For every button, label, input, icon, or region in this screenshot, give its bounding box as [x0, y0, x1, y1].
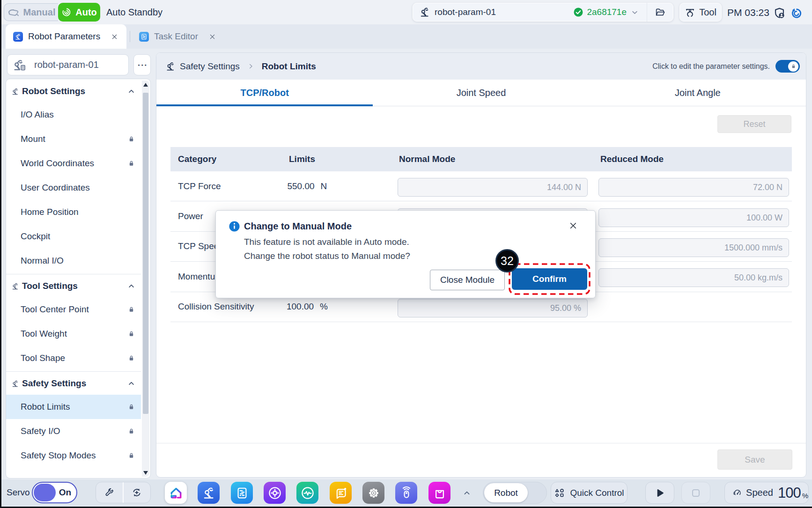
sidebar-item-tool-center-point[interactable]: Tool Center Point — [6, 297, 141, 322]
edit-lock-toggle[interactable] — [775, 60, 800, 73]
document-glyph — [140, 33, 148, 40]
normal-mode-input[interactable]: 95.00 % — [398, 299, 588, 317]
scroll-down-icon[interactable] — [142, 469, 149, 477]
section-label: Safety Settings — [22, 378, 86, 389]
speed-label: Speed — [746, 487, 773, 498]
dock-expand-button[interactable] — [460, 482, 473, 504]
dock-monitoring-button[interactable] — [296, 482, 318, 504]
section-safety-settings[interactable]: Safety Settings — [6, 372, 141, 395]
sidebar-item-tool-shape[interactable]: Tool Shape — [6, 346, 141, 370]
collapse-chevron-icon[interactable] — [126, 379, 136, 389]
tab-task-editor[interactable]: Task Editor — [133, 24, 221, 49]
item-label: Tool Center Point — [21, 304, 89, 315]
commit-dropdown[interactable]: 2a68171e — [573, 7, 640, 17]
close-module-button[interactable]: Close Module — [430, 270, 505, 290]
open-file-button[interactable] — [647, 3, 673, 22]
robot-glyph — [15, 33, 22, 40]
reduced-mode-input[interactable]: 1500.000 mm/s — [598, 238, 789, 257]
header-category: Category — [170, 154, 258, 164]
close-tab-icon[interactable] — [208, 33, 216, 41]
robot-mode-switch[interactable]: Robot — [483, 482, 547, 504]
auto-mode-button[interactable]: Auto — [58, 3, 100, 22]
dialog-message-line2: Change the robot status to Manual mode? — [244, 251, 410, 261]
parameter-name-field[interactable]: robot-param-01 — [7, 54, 129, 75]
breadcrumb-chevron-icon — [247, 62, 255, 70]
tab-label: Robot Parameters — [28, 31, 100, 42]
task-editor-tab-icon — [139, 32, 149, 42]
dock-store-button[interactable] — [428, 482, 450, 504]
section-tool-settings[interactable]: Tool Settings — [6, 275, 141, 297]
reset-label: Reset — [743, 119, 765, 129]
manual-mode-button[interactable]: Manual — [4, 3, 58, 21]
section-robot-settings[interactable]: Robot Settings — [6, 80, 141, 103]
reduced-mode-input[interactable]: 100.00 W — [598, 208, 789, 227]
reduced-mode-input[interactable]: 72.00 N — [598, 178, 789, 197]
item-label: Robot Limits — [21, 402, 70, 412]
module-tab-bar: Robot Parameters Task Editor — [0, 24, 812, 49]
item-label: I/O Alias — [21, 110, 54, 120]
dock-task-editor-button[interactable] — [231, 482, 253, 504]
quick-control-button[interactable]: Quick Control — [551, 482, 627, 504]
sidebar-item-cockpit[interactable]: Cockpit — [6, 224, 141, 249]
sidebar-item-tool-weight[interactable]: Tool Weight — [6, 322, 141, 346]
sidebar-scrollbar[interactable] — [142, 81, 149, 477]
dock-settings-button[interactable] — [362, 482, 384, 504]
workcell-setup-button[interactable] — [96, 482, 123, 503]
close-tab-icon[interactable] — [111, 33, 118, 41]
auto-mode-label: Auto — [75, 7, 97, 18]
sidebar-item-robot-limits[interactable]: Robot Limits — [6, 395, 141, 419]
tab-joint-angle[interactable]: Joint Angle — [590, 80, 806, 106]
item-label: World Coordinates — [21, 158, 94, 169]
section-divider — [6, 274, 141, 274]
chevron-down-icon — [630, 7, 640, 17]
item-label: Tool Weight — [21, 329, 67, 339]
confirm-button[interactable]: Confirm — [512, 268, 587, 290]
sidebar-item-user-coordinates[interactable]: User Coordinates — [6, 176, 141, 200]
info-circle-glyph — [229, 221, 240, 232]
footer-divider — [156, 443, 806, 443]
sidebar-item-io-alias[interactable]: I/O Alias — [6, 103, 141, 127]
reduced-mode-input[interactable]: 50.00 kg.m/s — [598, 268, 789, 287]
sidebar-item-normal-io[interactable]: Normal I/O — [6, 249, 141, 273]
speed-button[interactable]: Speed 100 % — [724, 482, 809, 504]
collapse-chevron-icon[interactable] — [126, 87, 136, 96]
sidebar-item-world-coordinates[interactable]: World Coordinates — [6, 151, 141, 176]
dock-robot-params-button[interactable] — [198, 482, 220, 504]
dock-jog-button[interactable] — [264, 482, 286, 504]
dock-messages-button[interactable] — [330, 482, 352, 504]
pulse-monitor-icon — [300, 486, 315, 501]
breadcrumb-parent[interactable]: Safety Settings — [180, 61, 240, 72]
sidebar-item-home-position[interactable]: Home Position — [6, 200, 141, 224]
scroll-up-icon[interactable] — [142, 81, 149, 88]
servo-label: Servo — [7, 479, 30, 507]
play-button[interactable] — [645, 482, 674, 504]
stop-button[interactable] — [681, 482, 710, 504]
tool-button[interactable]: Tool — [679, 3, 722, 22]
normal-mode-input[interactable]: 144.00 N — [398, 178, 588, 197]
tab-joint-speed[interactable]: Joint Speed — [373, 80, 589, 106]
save-button[interactable]: Save — [717, 449, 792, 470]
remote-mouse-icon — [399, 486, 413, 500]
dialog-close-button[interactable] — [568, 221, 578, 231]
collapse-chevron-icon[interactable] — [126, 281, 136, 291]
sidebar-item-safety-stop-modes[interactable]: Safety Stop Modes — [6, 443, 141, 468]
x-glyph — [208, 33, 216, 41]
tab-robot-parameters[interactable]: Robot Parameters — [6, 24, 126, 49]
cell-reduced: 100.00 W — [598, 206, 792, 227]
reset-button[interactable]: Reset — [717, 115, 791, 133]
update-button[interactable] — [124, 482, 150, 503]
dock-home-button[interactable] — [165, 482, 187, 504]
scrollbar-thumb[interactable] — [143, 93, 148, 414]
reconnect-button[interactable] — [790, 7, 803, 20]
sidebar-item-mount[interactable]: Mount — [6, 127, 141, 151]
robot-file-icon — [13, 58, 27, 72]
sidebar-item-safety-io[interactable]: Safety I/O — [6, 419, 141, 443]
servo-toggle[interactable]: On — [32, 482, 77, 503]
dock-remote-button[interactable] — [395, 482, 417, 504]
parameter-more-button[interactable]: ●●● — [133, 54, 151, 75]
speed-unit: % — [802, 492, 808, 500]
tab-tcp-robot[interactable]: TCP/Robot — [156, 80, 373, 106]
robot-icon — [11, 282, 19, 290]
triangle-down-glyph — [143, 471, 148, 475]
user-security-button[interactable] — [773, 7, 786, 20]
